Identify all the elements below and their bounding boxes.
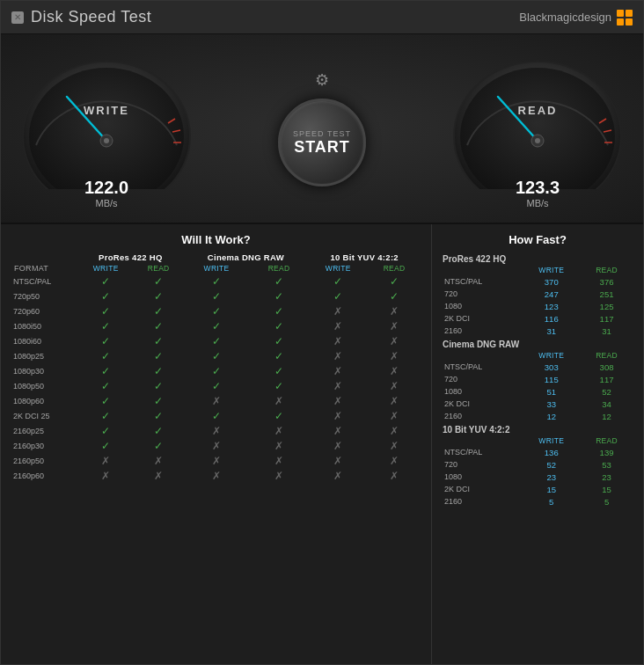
read-subhead: READ xyxy=(581,265,633,275)
write-subhead: WRITE xyxy=(522,265,581,275)
row-cell: ✓ xyxy=(308,274,368,289)
row-cell: ✓ xyxy=(183,363,249,378)
data-row: NTSC/PAL303308 xyxy=(443,361,633,373)
check-icon: ✓ xyxy=(154,305,163,318)
dng-read-head: READ xyxy=(250,263,309,274)
check-icon: ✓ xyxy=(101,305,110,318)
check-icon: ✓ xyxy=(101,290,110,303)
check-icon: ✓ xyxy=(212,410,221,422)
row-cell: ✗ xyxy=(308,423,368,438)
read-value: 117 xyxy=(581,312,633,325)
data-row: 7205253 xyxy=(443,458,633,471)
write-value: 303 xyxy=(522,361,581,373)
row-cell: ✓ xyxy=(183,289,249,303)
check-icon: ✓ xyxy=(390,290,399,303)
read-value: 15 xyxy=(581,483,633,495)
row-cell: ✗ xyxy=(134,453,183,468)
row-format-label: 1080i50 xyxy=(11,318,77,333)
read-subhead: READ xyxy=(581,435,633,446)
row-cell: ✗ xyxy=(250,438,309,453)
table-row: 2160p60✗✗✗✗✗✗ xyxy=(11,468,421,483)
cross-icon: ✗ xyxy=(390,470,399,482)
row-cell: ✗ xyxy=(368,468,421,483)
cross-icon: ✗ xyxy=(101,470,110,482)
row-cell: ✓ xyxy=(134,378,183,393)
group-header-row: Cinema DNG RAW xyxy=(443,337,633,350)
data-row: 10805152 xyxy=(443,385,633,398)
table-row: 1080i60✓✓✓✓✗✗ xyxy=(11,333,421,348)
row-cell: ✓ xyxy=(134,274,183,289)
cross-icon: ✗ xyxy=(333,320,342,332)
row-cell: ✓ xyxy=(250,378,309,393)
row-cell: ✓ xyxy=(134,393,183,408)
row-cell: ✗ xyxy=(308,348,368,363)
row-cell: ✗ xyxy=(308,453,368,468)
brand-sq-2 xyxy=(626,10,633,17)
read-value: 308 xyxy=(581,361,633,373)
row-cell: ✗ xyxy=(368,393,421,408)
cross-icon: ✗ xyxy=(333,440,342,452)
write-unit: MB/s xyxy=(84,198,128,208)
settings-icon[interactable]: ⚙ xyxy=(315,70,329,90)
svg-text:READ: READ xyxy=(518,104,558,117)
app-title: Disk Speed Test xyxy=(31,8,151,26)
row-cell: ✓ xyxy=(183,348,249,363)
write-value: 52 xyxy=(522,458,581,471)
row-cell: ✗ xyxy=(134,468,183,483)
check-icon: ✓ xyxy=(212,320,221,332)
row-cell: ✗ xyxy=(368,408,421,423)
row-label: 1080 xyxy=(443,385,522,398)
titlebar: ✕ Disk Speed Test Blackmagicdesign xyxy=(1,1,643,34)
row-cell: ✓ xyxy=(134,408,183,423)
check-icon: ✓ xyxy=(101,395,110,407)
read-value: 34 xyxy=(581,398,633,410)
write-value: 33 xyxy=(522,398,581,410)
row-cell: ✗ xyxy=(183,423,249,438)
cross-icon: ✗ xyxy=(333,380,342,392)
read-value: 5 xyxy=(581,495,633,508)
row-format-label: 2K DCI 25 xyxy=(11,408,77,423)
format-header: FORMAT xyxy=(11,263,77,274)
row-label: 720 xyxy=(443,288,522,300)
brand-area: Blackmagicdesign xyxy=(519,10,633,26)
row-cell: ✓ xyxy=(77,408,134,423)
check-icon: ✓ xyxy=(274,410,283,422)
write-value: 116 xyxy=(522,312,581,325)
cross-icon: ✗ xyxy=(154,455,163,467)
group-header-row: ProRes 422 HQ xyxy=(443,252,633,265)
row-format-label: 2160p60 xyxy=(11,468,77,483)
group-name: Cinema DNG RAW xyxy=(443,337,633,350)
app-window: ✕ Disk Speed Test Blackmagicdesign xyxy=(0,0,644,665)
data-row: 2K DCI1515 xyxy=(443,483,633,495)
write-value: 247 xyxy=(522,288,581,300)
write-value: 115 xyxy=(522,373,581,385)
check-icon: ✓ xyxy=(154,365,163,377)
will-it-work-panel: Will It Work? ProRes 422 HQ Cinema DNG R… xyxy=(1,224,432,664)
cross-icon: ✗ xyxy=(274,455,283,467)
row-cell: ✗ xyxy=(368,378,421,393)
cross-icon: ✗ xyxy=(274,470,283,482)
check-icon: ✓ xyxy=(274,290,283,303)
row-cell: ✓ xyxy=(183,333,249,348)
close-button[interactable]: ✕ xyxy=(11,11,24,24)
check-icon: ✓ xyxy=(390,275,399,288)
check-icon: ✓ xyxy=(154,410,163,422)
group-name: ProRes 422 HQ xyxy=(443,252,633,265)
row-format-label: 720p50 xyxy=(11,289,77,303)
table-row: 1080p50✓✓✓✓✗✗ xyxy=(11,378,421,393)
row-label: 1080 xyxy=(443,471,522,483)
start-button[interactable]: SPEED TEST START xyxy=(278,99,366,186)
check-icon: ✓ xyxy=(101,350,110,362)
row-format-label: 2160p50 xyxy=(11,453,77,468)
row-format-label: 1080i60 xyxy=(11,333,77,348)
cross-icon: ✗ xyxy=(212,440,221,452)
table-row: 1080i50✓✓✓✓✗✗ xyxy=(11,318,421,333)
row-cell: ✗ xyxy=(308,468,368,483)
svg-text:WRITE: WRITE xyxy=(84,104,129,117)
write-value: 12 xyxy=(522,410,581,422)
row-cell: ✗ xyxy=(308,408,368,423)
row-cell: ✓ xyxy=(183,303,249,318)
read-value: 12 xyxy=(581,410,633,422)
read-value: 376 xyxy=(581,275,633,288)
brand-sq-3 xyxy=(617,18,624,26)
